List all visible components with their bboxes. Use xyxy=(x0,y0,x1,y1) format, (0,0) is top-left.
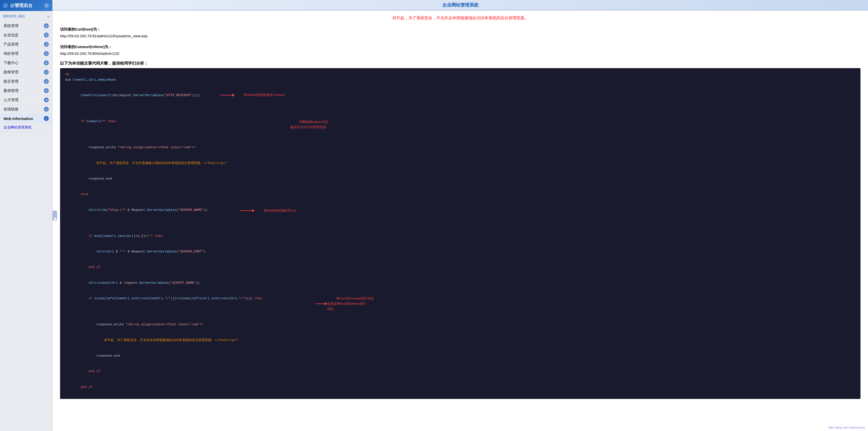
code-line: end if xyxy=(65,364,856,379)
sidebar-item-case[interactable]: 案例管理 ⊙ xyxy=(0,86,52,95)
sidebar-item-talent[interactable]: 人才管理 ⊙ xyxy=(0,95,52,105)
sidebar-item-arrow: « xyxy=(44,116,49,121)
sidebar-bottom-item[interactable]: 企业网站管理系统 xyxy=(0,123,52,132)
sidebar-item-arrow: ⊙ xyxy=(44,97,49,103)
sidebar-item-message[interactable]: 留言管理 ⊙ xyxy=(0,77,52,86)
sidebar-item-arrow: ⊙ xyxy=(44,51,49,56)
visitor-comeurl-section: 访问者的Comeurl(referer)为： http://59.63.200.… xyxy=(60,43,861,57)
code-section-label: 以下为本功能主要代码片断，提供给同学们分析： xyxy=(60,61,861,66)
code-line: response.end xyxy=(65,348,856,364)
code-line: cUrl=cUrl & ":" & Request.ServerVariable… xyxy=(65,244,856,259)
code-line: if lcase(left(ComeUrl,instrrev(ComeUrl,"… xyxy=(65,291,856,317)
sidebar-item-company[interactable]: 企业信息 ⊙ xyxy=(0,31,52,40)
nav-separator: | xyxy=(17,15,18,18)
logout-link[interactable]: 退出 xyxy=(19,14,25,19)
page-title: 企业网站管理系统 xyxy=(55,2,866,8)
sidebar-item-arrow: ⊙ xyxy=(44,60,49,65)
code-line: cUrl=lcase(cUrl & request.ServerVariable… xyxy=(65,275,856,291)
sidebar-item-inquiry[interactable]: 询价管理 ⊙ xyxy=(0,49,52,58)
collapse-tab[interactable]: 屏幕切换 xyxy=(53,211,57,221)
error-message: 对不起，为了系统安全，不允许从外部链接地址访问本系统的后台管理页面。 xyxy=(60,16,861,21)
sidebar-item-news[interactable]: 新闻管理 ⊙ xyxy=(0,67,52,77)
sidebar-item-webinfo[interactable]: Web Information « xyxy=(0,114,52,123)
sidebar-bottom-label: 企业网站管理系统 xyxy=(3,125,32,129)
code-line: response.write "<br><p align=center><fon… xyxy=(65,140,856,155)
sidebar-item-system[interactable]: 系统管理 ⊙ xyxy=(0,21,52,31)
code-line: ComeUrl=lcase(trim(request.ServerVariabl… xyxy=(65,88,856,114)
sidebar-item-arrow: ⊙ xyxy=(44,79,49,84)
annotation-3: 将Host的内容赋予Curl xyxy=(240,203,296,219)
brand-label: @ @管理后台 xyxy=(3,2,33,8)
watermark: https://blog.csdn.net/vanarrow xyxy=(828,426,865,429)
sidebar-item-arrow: ⊙ xyxy=(44,42,49,47)
sidebar-item-label: 企业信息 xyxy=(3,33,19,37)
annotation-4: 将Curl与Comeurl进行对比也就是将host和referer进行对比 xyxy=(315,291,374,317)
code-line: if mid(ComeUrl,len(cUrl)+1,1)=":" then xyxy=(65,228,856,244)
annotation-2: 判断如果referer为空，返回不允许访问管理页面 xyxy=(290,114,332,135)
home-link[interactable]: 回到首页 xyxy=(3,14,16,19)
main-header: 企业网站管理系统 xyxy=(53,0,868,10)
sidebar-item-links[interactable]: 友情链接 ⊙ xyxy=(0,105,52,114)
sidebar-item-label: 询价管理 xyxy=(3,51,19,56)
visitor-curl-label: 访问者的Curl(host)为： xyxy=(60,27,101,31)
sidebar-collapse-button[interactable]: ⊙ xyxy=(44,3,49,8)
sidebar-item-arrow: ⊙ xyxy=(44,23,49,28)
annotation-1: 将referer的值传递给Comeurl xyxy=(220,87,285,103)
code-line: dim ComeUrl,cUrl,AdminName xyxy=(65,77,856,83)
sidebar-item-label: 人才管理 xyxy=(3,98,19,103)
sidebar-item-arrow: ⊙ xyxy=(44,69,49,75)
sidebar-item-label: 友情链接 xyxy=(3,107,19,112)
sidebar-item-download[interactable]: 下载中心 ⊙ xyxy=(0,58,52,67)
code-line: <% xyxy=(65,72,856,77)
sidebar-item-label: Web Information xyxy=(3,116,33,121)
sidebar: @ @管理后台 ⊙ 回到首页 | 退出 « 系统管理 ⊙ 企业信息 ⊙ 产品管理… xyxy=(0,0,53,431)
sidebar-item-arrow: ⊙ xyxy=(44,33,49,37)
sidebar-item-label: 下载中心 xyxy=(3,61,19,65)
code-line: end if xyxy=(65,379,856,395)
sidebar-item-label: 新闻管理 xyxy=(3,70,19,75)
sidebar-item-label: 留言管理 xyxy=(3,79,19,84)
sidebar-header: @ @管理后台 ⊙ xyxy=(0,0,52,11)
visitor-comeurl-value: http://59.63.200.79:8004/admin123/ xyxy=(60,50,861,57)
code-line: response.end xyxy=(65,171,856,186)
at-icon: @ xyxy=(3,2,8,8)
code-line: 对不起，为了系统安全，不允许直接输入地址访问本系统的后台管理页面。</font>… xyxy=(65,155,856,171)
sidebar-item-arrow: ⊙ xyxy=(44,88,49,93)
main-content: 对不起，为了系统安全，不允许从外部链接地址访问本系统的后台管理页面。 访问者的C… xyxy=(53,10,868,431)
brand-text: @管理后台 xyxy=(10,3,33,8)
code-block: <% dim ComeUrl,cUrl,AdminName ComeUrl=lc… xyxy=(60,68,861,399)
main-panel: 企业网站管理系统 对不起，为了系统安全，不允许从外部链接地址访问本系统的后台管理… xyxy=(53,0,868,431)
sidebar-item-product[interactable]: 产品管理 ⊙ xyxy=(0,40,52,49)
code-line: else xyxy=(65,187,856,202)
sidebar-nav: 回到首页 | 退出 « 系统管理 ⊙ 企业信息 ⊙ 产品管理 ⊙ 询价管理 ⊙ … xyxy=(0,11,52,134)
sidebar-item-label: 系统管理 xyxy=(3,24,19,28)
nav-top-collapse-icon: « xyxy=(47,14,49,18)
visitor-curl-section: 访问者的Curl(host)为： http://59.63.200.79:81/… xyxy=(60,26,861,39)
sidebar-item-label: 案例管理 xyxy=(3,88,19,93)
visitor-comeurl-label: 访问者的Comeurl(referer)为： xyxy=(60,45,112,49)
sidebar-nav-top: 回到首页 | 退出 « xyxy=(0,12,52,20)
code-line: response.write "<br><p align=center><fon… xyxy=(65,317,856,332)
code-line xyxy=(65,83,856,88)
sidebar-item-arrow: ⊙ xyxy=(44,107,49,112)
sidebar-item-label: 产品管理 xyxy=(3,42,19,47)
visitor-curl-value: http://59.63.200.79:81/admin123/sysadmin… xyxy=(60,33,861,39)
code-line: if ComeUrl="" then 判断如果referer为空，返回不允许访问… xyxy=(65,114,856,140)
code-line: end if xyxy=(65,260,856,275)
code-line: cUrl=trim("http://" & Request.ServerVari… xyxy=(65,202,856,228)
code-line: 对不起，为了系统安全，不允许从外部链接地址访问本系统的后台管理页面。</font… xyxy=(65,333,856,348)
